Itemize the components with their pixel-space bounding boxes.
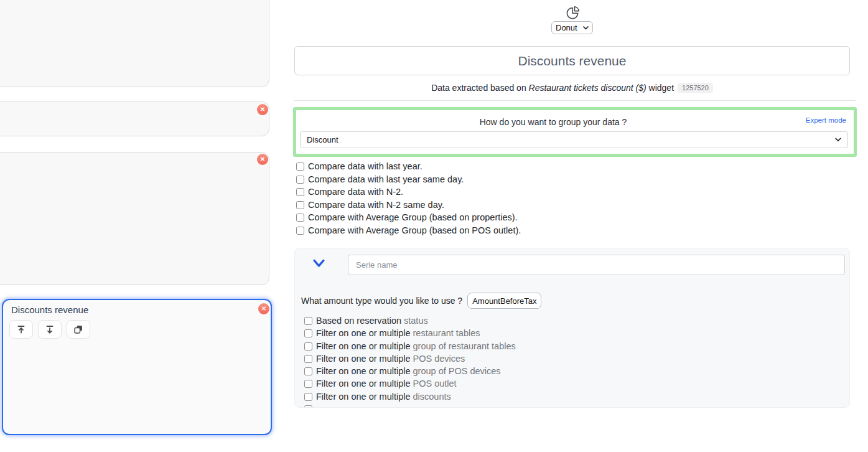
- chart-type-select[interactable]: Donut: [551, 21, 593, 34]
- serie-config-panel: What amount type would you like to use ?…: [294, 248, 850, 408]
- amount-type-row: What amount type would you like to use ?…: [301, 292, 541, 309]
- caption-source-widget-name: Restaurant tickets discount ($): [529, 83, 646, 93]
- checkbox[interactable]: [304, 329, 312, 337]
- filter-option-row[interactable]: Filter on one or multiple discounts: [304, 392, 516, 402]
- checkbox[interactable]: [296, 227, 304, 235]
- filter-option-row-clipped[interactable]: [304, 404, 516, 408]
- chevron-down-icon: [583, 26, 589, 30]
- copy-icon: [73, 324, 83, 334]
- checkbox[interactable]: [296, 214, 304, 222]
- close-icon[interactable]: ✕: [257, 104, 268, 115]
- compare-option-label: Compare data with N-2.: [308, 187, 403, 197]
- widget-card-1[interactable]: [0, 0, 269, 87]
- filter-option-subject: POS devices: [413, 354, 465, 364]
- caption-prefix: Data extracted based on: [431, 83, 526, 93]
- checkbox[interactable]: [304, 342, 312, 351]
- checkbox[interactable]: [304, 380, 312, 388]
- filter-option-label: Based on reservation: [316, 316, 401, 326]
- filter-option-row[interactable]: Filter on one or multiple group of resta…: [304, 341, 516, 352]
- compare-option-label: Compare data with last year.: [308, 161, 422, 172]
- serie-name-input[interactable]: [348, 255, 845, 275]
- checkbox[interactable]: [296, 162, 304, 171]
- compare-option-row[interactable]: Compare data with N-2.: [296, 187, 521, 197]
- checkbox[interactable]: [296, 188, 304, 196]
- close-icon[interactable]: ✕: [257, 154, 268, 165]
- compare-option-row[interactable]: Compare data with last year same day.: [296, 174, 521, 185]
- filter-options-list: Based on reservation status Filter on on…: [304, 316, 516, 408]
- grouping-section: How do you want to group your data ? Exp…: [293, 107, 857, 157]
- compare-option-row[interactable]: Compare with Average Group (based on pro…: [296, 212, 521, 223]
- filter-option-label: Filter on one or multiple: [316, 392, 411, 402]
- checkbox[interactable]: [296, 176, 304, 184]
- filter-option-row[interactable]: Filter on one or multiple POS outlet: [304, 379, 516, 389]
- grouping-question: How do you want to group your data ?: [296, 117, 810, 127]
- compare-option-row[interactable]: Compare data with last year.: [296, 161, 521, 172]
- amount-type-select[interactable]: AmountBeforeTax: [467, 293, 541, 309]
- arrow-down-from-bar-icon: [45, 324, 55, 334]
- widget-card-3[interactable]: ✕: [0, 152, 269, 285]
- checkbox[interactable]: [304, 393, 312, 401]
- compare-options-list: Compare data with last year. Compare dat…: [296, 161, 521, 236]
- chevron-down-icon: [313, 259, 325, 268]
- widget-card-selected[interactable]: Discounts revenue ✕: [2, 299, 272, 435]
- arrow-up-to-bar-icon: [16, 324, 26, 334]
- filter-option-row[interactable]: Filter on one or multiple POS devices: [304, 354, 516, 364]
- widget-id-badge: 1257520: [678, 83, 713, 93]
- filter-option-subject: status: [404, 316, 428, 326]
- amount-type-selected-value: AmountBeforeTax: [472, 296, 536, 306]
- checkbox[interactable]: [296, 201, 304, 209]
- filter-option-subject: group of restaurant tables: [413, 341, 516, 352]
- compare-option-label: Compare data with last year same day.: [308, 174, 464, 185]
- selected-card-title: Discounts revenue: [11, 304, 88, 315]
- compare-option-label: Compare with Average Group (based on POS…: [308, 225, 521, 236]
- checkbox[interactable]: [304, 367, 312, 375]
- widget-editor-page: ✕ ✕ Discounts revenue ✕: [0, 0, 868, 452]
- filter-option-row[interactable]: Filter on one or multiple group of POS d…: [304, 366, 516, 377]
- filter-option-subject: group of POS devices: [413, 366, 501, 377]
- duplicate-widget-button[interactable]: [67, 320, 90, 339]
- filter-option-subject: POS outlet: [413, 379, 457, 389]
- group-by-select[interactable]: Discount: [300, 131, 848, 148]
- filter-option-label: Filter on one or multiple: [316, 341, 411, 352]
- group-by-selected-value: Discount: [307, 135, 338, 144]
- card-action-buttons: [9, 320, 90, 339]
- chevron-down-icon: [835, 138, 841, 142]
- expert-mode-link[interactable]: Expert mode: [806, 116, 846, 124]
- widget-title-input[interactable]: [294, 46, 850, 75]
- widget-card-2[interactable]: ✕: [0, 101, 269, 136]
- filter-option-subject: restaurant tables: [413, 328, 480, 339]
- donut-chart-icon: [566, 6, 580, 20]
- checkbox[interactable]: [304, 355, 312, 363]
- close-icon[interactable]: ✕: [258, 303, 269, 314]
- compare-option-row[interactable]: Compare data with N-2 same day.: [296, 200, 521, 210]
- filter-option-label: Filter on one or multiple: [316, 366, 411, 377]
- compare-option-label: Compare with Average Group (based on pro…: [308, 212, 518, 223]
- filter-option-label: Filter on one or multiple: [316, 354, 411, 364]
- move-widget-up-button[interactable]: [9, 320, 33, 339]
- filter-option-label: Filter on one or multiple: [316, 379, 411, 389]
- chart-type-selected-value: Donut: [556, 23, 577, 32]
- compare-option-label: Compare data with N-2 same day.: [308, 200, 444, 210]
- data-source-caption: Data extracted based on Restaurant ticke…: [294, 83, 850, 93]
- compare-option-row[interactable]: Compare with Average Group (based on POS…: [296, 225, 521, 236]
- filter-option-row[interactable]: Based on reservation status: [304, 316, 516, 326]
- amount-type-question: What amount type would you like to use ?: [301, 296, 462, 306]
- section-divider: [294, 100, 856, 101]
- filter-option-row[interactable]: Filter on one or multiple restaurant tab…: [304, 328, 516, 339]
- move-widget-down-button[interactable]: [38, 320, 62, 339]
- collapse-serie-button[interactable]: [313, 259, 325, 270]
- filter-option-label: Filter on one or multiple: [316, 328, 411, 339]
- caption-suffix: widget: [649, 83, 674, 93]
- checkbox[interactable]: [304, 317, 312, 325]
- filter-option-subject: discounts: [413, 392, 451, 402]
- checkbox[interactable]: [304, 405, 312, 408]
